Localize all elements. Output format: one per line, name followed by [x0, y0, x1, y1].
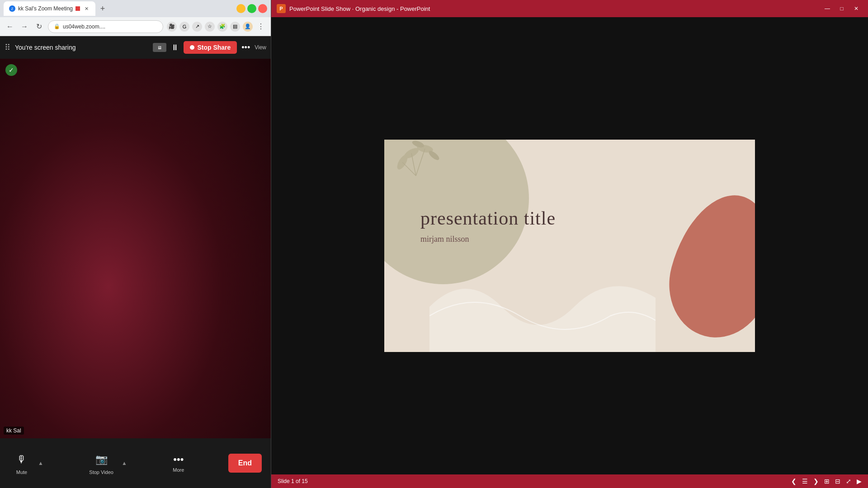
end-button[interactable]: End: [228, 454, 262, 473]
video-camera-icon: 📷: [93, 451, 109, 468]
microphone-icon: 🎙: [14, 451, 30, 468]
prev-slide-button[interactable]: ❮: [791, 478, 797, 485]
tab-title: kk Sal's Zoom Meeting: [18, 5, 73, 12]
screen-sharing-text: You're screen sharing: [15, 44, 148, 51]
more-group: ••• More: [168, 450, 189, 476]
back-button[interactable]: ←: [5, 21, 15, 32]
maximize-button[interactable]: [247, 4, 256, 13]
security-badge: ✓: [5, 64, 17, 76]
stop-dot: [190, 45, 194, 50]
slide-title: presentation title: [420, 207, 556, 229]
tab-close-button[interactable]: ✕: [83, 5, 90, 12]
zoom-video-area: ✓ kk Sal: [0, 59, 271, 438]
next-slide-button[interactable]: ❯: [813, 478, 819, 485]
lock-icon: 🔒: [54, 23, 60, 29]
powerpoint-panel: P PowerPoint Slide Show · Organic design…: [271, 0, 868, 488]
ppt-app-icon: P: [277, 4, 286, 13]
slide-wave: [429, 262, 656, 352]
participant-video: ✓ kk Sal: [0, 59, 271, 438]
ppt-minimize-button[interactable]: —: [821, 4, 834, 14]
stop-video-button[interactable]: 📷 Stop Video: [85, 448, 118, 479]
video-ext-icon[interactable]: 🎥: [167, 22, 177, 32]
view-label: View: [255, 44, 266, 51]
slide-sorter-button[interactable]: ⊟: [835, 478, 840, 485]
ppt-statusbar: Slide 1 of 15 ❮ ☰ ❯ ⊞ ⊟ ⤢ ▶: [271, 474, 868, 488]
sidebar-ext-icon[interactable]: ▤: [230, 22, 240, 32]
grid-view-button[interactable]: ⊞: [824, 478, 830, 485]
ppt-maximize-button[interactable]: □: [835, 4, 848, 14]
chrome-titlebar: Z kk Sal's Zoom Meeting ✕ +: [0, 0, 271, 17]
chrome-menu-button[interactable]: ⋮: [255, 21, 266, 32]
tab-favicon: Z: [9, 5, 15, 12]
zoom-banner: ⠿ You're screen sharing 🖥 ⏸ Stop Share •…: [0, 36, 271, 59]
video-group: 📷 Stop Video ▲: [85, 448, 129, 479]
chrome-addressbar: ← → ↻ 🔒 us04web.zoom.... 🎥 G ↗ ☆ 🧩 ▤ 👤 ⋮: [0, 17, 271, 36]
google-ext-icon[interactable]: G: [179, 22, 189, 32]
minimize-button[interactable]: [236, 4, 245, 13]
notes-view-button[interactable]: ☰: [802, 478, 808, 485]
profile-ext-icon[interactable]: 👤: [243, 22, 253, 32]
banner-more-button[interactable]: •••: [241, 43, 250, 52]
mute-arrow[interactable]: ▲: [36, 460, 45, 466]
recording-dot: [75, 6, 80, 11]
ppt-titlebar: P PowerPoint Slide Show · Organic design…: [271, 0, 868, 17]
slide-show-button[interactable]: ▶: [857, 478, 862, 485]
more-label: More: [173, 467, 184, 473]
address-text: us04web.zoom....: [63, 23, 105, 30]
tab-strip: Z kk Sal's Zoom Meeting ✕ +: [4, 1, 234, 16]
fit-slide-button[interactable]: ⤢: [846, 478, 851, 485]
status-right: ❮ ☰ ❯ ⊞ ⊟ ⤢ ▶: [791, 478, 862, 485]
ppt-title-left: P PowerPoint Slide Show · Organic design…: [277, 4, 430, 13]
refresh-button[interactable]: ↻: [33, 21, 44, 32]
stop-share-button[interactable]: Stop Share: [184, 41, 237, 54]
bookmark-ext-icon[interactable]: ☆: [205, 22, 215, 32]
stop-video-label: Stop Video: [89, 469, 113, 475]
more-dots-icon: •••: [173, 454, 184, 465]
ppt-win-controls: — □ ✕: [821, 4, 863, 14]
slide-bg-shape-right: [656, 183, 755, 349]
window-controls: [236, 4, 267, 13]
ppt-close-button[interactable]: ✕: [850, 4, 863, 14]
more-button[interactable]: ••• More: [168, 450, 189, 476]
forward-button[interactable]: →: [19, 21, 30, 32]
address-bar[interactable]: 🔒 us04web.zoom....: [48, 20, 163, 33]
participant-name: kk Sal: [4, 427, 24, 435]
slide-count: Slide 1 of 15: [278, 478, 308, 484]
video-arrow[interactable]: ▲: [120, 460, 129, 466]
mute-group: 🎙 Mute ▲: [9, 448, 45, 479]
slide: presentation title mirjam nilsson: [384, 140, 755, 352]
close-button[interactable]: [258, 4, 267, 13]
zoom-toolbar: 🎙 Mute ▲ 📷 Stop Video ▲ ••• More End: [0, 438, 271, 488]
stop-share-label: Stop Share: [197, 44, 231, 51]
puzzle-ext-icon[interactable]: 🧩: [217, 22, 227, 32]
pause-button[interactable]: ⏸: [171, 43, 179, 52]
banner-drag-handle[interactable]: ⠿: [5, 42, 10, 52]
ppt-window-title: PowerPoint Slide Show · Organic design -…: [289, 5, 430, 12]
ppt-slide-area: presentation title mirjam nilsson: [271, 17, 868, 474]
mute-button[interactable]: 🎙 Mute: [9, 448, 34, 479]
new-tab-button[interactable]: +: [97, 3, 108, 14]
share-ext-icon[interactable]: ↗: [192, 22, 202, 32]
status-left: Slide 1 of 15: [278, 478, 308, 484]
browser-panel: Z kk Sal's Zoom Meeting ✕ + ← → ↻ 🔒 us04…: [0, 0, 271, 488]
screen-icon: 🖥: [153, 43, 166, 52]
mute-label: Mute: [16, 469, 27, 475]
slide-subtitle: mirjam nilsson: [420, 235, 469, 244]
active-tab[interactable]: Z kk Sal's Zoom Meeting ✕: [4, 1, 95, 16]
extension-icons: 🎥 G ↗ ☆ 🧩 ▤ 👤 ⋮: [167, 21, 266, 32]
